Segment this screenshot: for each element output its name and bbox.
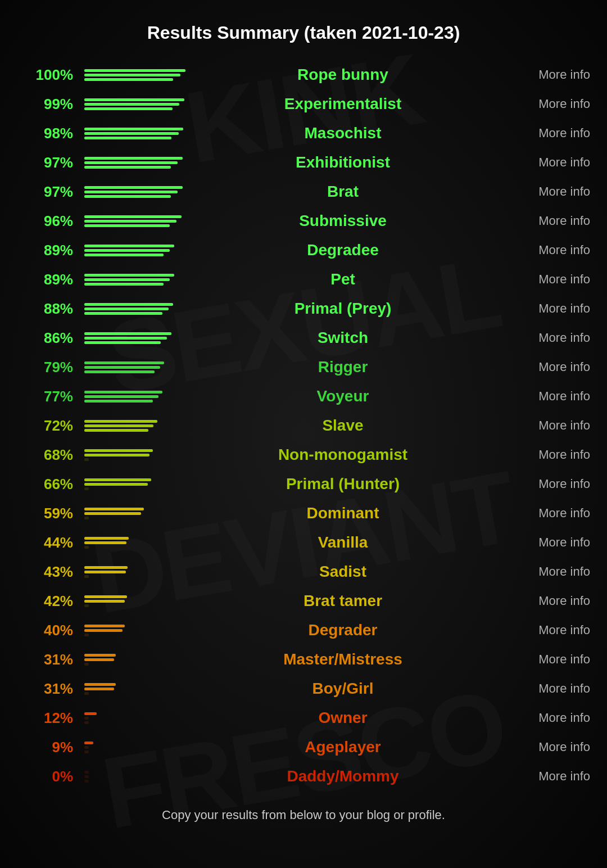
bar-line [84, 780, 89, 783]
percent-value: 97% [17, 183, 79, 201]
percent-value: 68% [17, 446, 79, 464]
percent-value: 44% [17, 534, 79, 551]
more-info-button[interactable]: More info [495, 506, 590, 521]
bar-line [84, 751, 89, 753]
bar-line [84, 308, 169, 310]
bar-line [84, 283, 164, 286]
result-label: Slave [191, 417, 495, 435]
more-info-button[interactable]: More info [495, 360, 590, 374]
footer-text: Copy your results from below to your blo… [17, 802, 590, 828]
bar-line [84, 186, 183, 189]
more-info-button[interactable]: More info [495, 301, 590, 316]
bar-line [84, 688, 114, 690]
bar-line [84, 391, 162, 394]
result-label: Submissive [191, 212, 495, 230]
bar-line [84, 332, 171, 335]
more-info-button[interactable]: More info [495, 155, 590, 170]
more-info-button[interactable]: More info [495, 447, 590, 462]
more-info-button[interactable]: More info [495, 711, 590, 725]
bar-line [84, 224, 170, 227]
bar-line [84, 274, 174, 277]
result-label: Pet [191, 270, 495, 288]
bar-line [84, 692, 89, 695]
result-label: Switch [191, 329, 495, 347]
more-info-button[interactable]: More info [495, 740, 590, 754]
bar-line [84, 721, 89, 724]
more-info-button[interactable]: More info [495, 623, 590, 638]
result-label: Voyeur [191, 387, 495, 405]
bar-column [79, 332, 191, 344]
more-info-button[interactable]: More info [495, 214, 590, 228]
result-label: Daddy/Mommy [191, 767, 495, 785]
more-info-button[interactable]: More info [495, 389, 590, 404]
bar-line [84, 103, 179, 106]
more-info-button[interactable]: More info [495, 67, 590, 82]
bar-line [84, 537, 129, 540]
bar-column [79, 742, 191, 753]
more-info-button[interactable]: More info [495, 331, 590, 345]
bar-line [84, 69, 185, 72]
bar-column [79, 391, 191, 403]
result-label: Degradee [191, 241, 495, 259]
result-row: 89%PetMore info [17, 265, 590, 294]
result-row: 42%Brat tamerMore info [17, 586, 590, 616]
more-info-button[interactable]: More info [495, 418, 590, 433]
page-title: Results Summary (taken 2021-10-23) [17, 22, 590, 43]
result-row: 9%AgeplayerMore info [17, 733, 590, 762]
percent-value: 96% [17, 213, 79, 230]
result-label: Boy/Girl [191, 680, 495, 698]
bar-line [84, 220, 176, 223]
more-info-button[interactable]: More info [495, 769, 590, 784]
bar-line [84, 483, 148, 486]
bar-line [84, 658, 114, 661]
more-info-button[interactable]: More info [495, 272, 590, 287]
bar-line [84, 454, 150, 456]
result-label: Experimentalist [191, 95, 495, 113]
bar-column [79, 98, 191, 110]
bar-line [84, 546, 89, 549]
bar-line [84, 400, 153, 403]
bar-column [79, 128, 191, 139]
result-label: Rigger [191, 358, 495, 376]
bar-line [84, 191, 178, 193]
more-info-button[interactable]: More info [495, 126, 590, 141]
more-info-button[interactable]: More info [495, 477, 590, 491]
percent-value: 77% [17, 388, 79, 405]
bar-column [79, 654, 191, 666]
percent-value: 43% [17, 563, 79, 581]
bar-column [79, 537, 191, 549]
bar-line [84, 249, 170, 252]
more-info-button[interactable]: More info [495, 97, 590, 111]
more-info-button[interactable]: More info [495, 564, 590, 579]
more-info-button[interactable]: More info [495, 535, 590, 550]
result-label: Brat tamer [191, 592, 495, 610]
result-label: Vanilla [191, 534, 495, 551]
percent-value: 89% [17, 271, 79, 288]
bar-line [84, 278, 170, 281]
bar-column [79, 771, 191, 783]
more-info-button[interactable]: More info [495, 184, 590, 199]
bar-line [84, 128, 183, 130]
result-row: 86%SwitchMore info [17, 323, 590, 352]
percent-value: 9% [17, 739, 79, 756]
bar-column [79, 69, 191, 81]
bar-line [84, 370, 155, 373]
more-info-button[interactable]: More info [495, 681, 590, 696]
result-label: Sadist [191, 563, 495, 581]
more-info-button[interactable]: More info [495, 652, 590, 667]
result-row: 72%SlaveMore info [17, 411, 590, 440]
bar-line [84, 746, 89, 749]
bar-line [84, 303, 173, 306]
results-table: 100%Rope bunnyMore info99%Experimentalis… [17, 60, 590, 791]
more-info-button[interactable]: More info [495, 243, 590, 257]
bar-line [84, 575, 89, 578]
result-label: Primal (Prey) [191, 300, 495, 318]
result-label: Brat [191, 183, 495, 201]
bar-line [84, 74, 180, 76]
more-info-button[interactable]: More info [495, 594, 590, 608]
result-row: 31%Boy/GirlMore info [17, 674, 590, 703]
bar-column [79, 186, 191, 198]
bar-column [79, 215, 191, 227]
percent-value: 98% [17, 125, 79, 142]
bar-line [84, 566, 128, 569]
